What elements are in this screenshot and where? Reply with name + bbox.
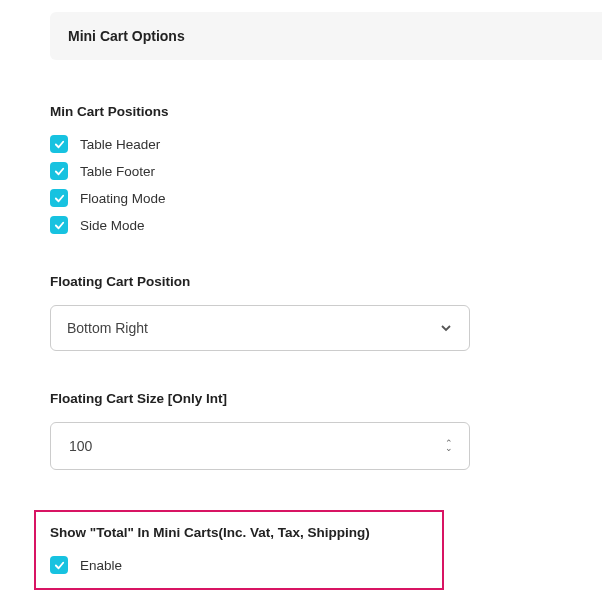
check-icon — [54, 220, 65, 231]
floating-size-input[interactable] — [67, 437, 445, 455]
number-stepper[interactable]: ⌃ ⌄ — [445, 441, 453, 451]
checkbox-label: Table Footer — [80, 164, 155, 179]
floating-size-label: Floating Cart Size [Only Int] — [50, 391, 602, 406]
section-title: Mini Cart Options — [68, 28, 185, 44]
checkbox-label: Floating Mode — [80, 191, 166, 206]
show-total-label: Show "Total" In Mini Carts(Inc. Vat, Tax… — [50, 525, 428, 540]
check-icon — [54, 193, 65, 204]
floating-position-select[interactable]: Bottom Right — [50, 305, 470, 351]
checkbox-label: Side Mode — [80, 218, 145, 233]
floating-position-label: Floating Cart Position — [50, 274, 602, 289]
floating-size-field: ⌃ ⌄ — [50, 422, 470, 470]
checkbox-label: Enable — [80, 558, 122, 573]
checkbox-table-header[interactable] — [50, 135, 68, 153]
chevron-down-icon — [439, 321, 453, 335]
checkbox-floating-mode[interactable] — [50, 189, 68, 207]
positions-label: Min Cart Positions — [50, 104, 602, 119]
section-header: Mini Cart Options — [50, 12, 602, 60]
check-icon — [54, 560, 65, 571]
check-icon — [54, 166, 65, 177]
checkbox-enable[interactable] — [50, 556, 68, 574]
select-value: Bottom Right — [67, 320, 148, 336]
show-total-highlight: Show "Total" In Mini Carts(Inc. Vat, Tax… — [34, 510, 444, 590]
checkbox-table-footer[interactable] — [50, 162, 68, 180]
check-icon — [54, 139, 65, 150]
checkbox-side-mode[interactable] — [50, 216, 68, 234]
checkbox-row-table-header: Table Header — [50, 135, 602, 153]
stepper-down-icon: ⌄ — [445, 446, 453, 451]
checkbox-row-enable: Enable — [50, 556, 428, 574]
positions-group: Min Cart Positions Table Header Table Fo… — [50, 104, 602, 234]
checkbox-row-table-footer: Table Footer — [50, 162, 602, 180]
checkbox-row-floating-mode: Floating Mode — [50, 189, 602, 207]
checkbox-row-side-mode: Side Mode — [50, 216, 602, 234]
floating-position-group: Floating Cart Position Bottom Right — [50, 274, 602, 351]
floating-size-group: Floating Cart Size [Only Int] ⌃ ⌄ — [50, 391, 602, 470]
checkbox-label: Table Header — [80, 137, 160, 152]
